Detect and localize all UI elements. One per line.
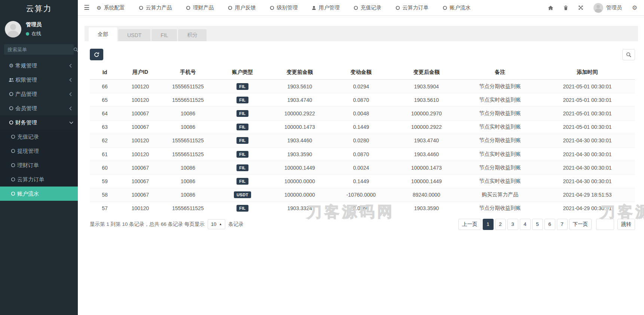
before-amount-cell: 100000.2922 <box>270 107 330 120</box>
sidebar-subitem[interactable]: 云算力订单 <box>0 172 78 187</box>
after-amount-cell: 1903.4740 <box>393 134 461 147</box>
account-type-badge: FIL <box>236 97 248 103</box>
circle-icon <box>9 134 17 139</box>
chevron-left-icon <box>70 78 73 82</box>
search-toggle-button[interactable] <box>622 49 635 60</box>
change-amount-cell: 0.1449 <box>330 120 393 134</box>
sidebar-item[interactable]: ⚙常规管理 <box>0 58 78 73</box>
change-amount-cell: 0.0870 <box>330 147 393 161</box>
home-icon[interactable] <box>548 5 553 10</box>
gears-icon[interactable]: ⚙ <box>632 5 637 11</box>
topnav-item-label: 理财产品 <box>193 4 214 11</box>
topnav-item[interactable]: 用户反馈 <box>228 4 256 11</box>
table-header-row: Id用户ID手机号账户类型变更前金额变动金额变更后金额备注添加时间 <box>90 66 635 80</box>
sidebar-subitem[interactable]: 提现管理 <box>0 144 78 158</box>
before-amount-cell: 100000.0000 <box>270 188 330 202</box>
sidebar-subitem[interactable]: 充值记录 <box>0 130 78 144</box>
remark-cell: 节点实时收益到账 <box>461 147 540 161</box>
account-type-cell: FIL <box>215 134 270 147</box>
tab-全部[interactable]: 全部 <box>89 27 117 41</box>
sidebar-item[interactable]: 权限管理 <box>0 73 78 87</box>
page-button-7[interactable]: 7 <box>557 219 568 230</box>
circle-icon <box>443 6 447 10</box>
chevron-down-icon <box>70 120 73 124</box>
id-cell: 65 <box>90 93 120 107</box>
topnav-item[interactable]: 理财产品 <box>186 4 214 11</box>
page-button-6[interactable]: 6 <box>544 219 555 230</box>
created-at-cell: 2021-05-01 00:30:01 <box>540 93 635 107</box>
circle-icon <box>7 106 15 110</box>
table-panel: Id用户ID手机号账户类型变更前金额变动金额变更后金额备注添加时间 661001… <box>78 41 644 230</box>
after-amount-cell: 1903.3590 <box>393 202 461 215</box>
tab-FIL[interactable]: FIL <box>152 29 177 41</box>
remark-cell: 节点分期收益到账 <box>461 107 540 120</box>
refresh-button[interactable] <box>90 49 103 60</box>
topnav-item[interactable]: 云算力产品 <box>139 4 172 11</box>
account-type-badge: FIL <box>236 205 248 212</box>
topnav-item[interactable]: ⚙系统配置 <box>97 4 125 11</box>
account-type-cell: FIL <box>215 107 270 120</box>
id-cell: 64 <box>90 107 120 120</box>
trash-icon[interactable] <box>564 5 568 10</box>
page-size-select[interactable]: 10 ▲ <box>208 219 225 229</box>
sidebar-item[interactable]: 财务管理 <box>0 115 78 130</box>
phone-cell: 15556511525 <box>161 134 215 147</box>
id-cell: 63 <box>90 120 120 134</box>
account-type-cell: FIL <box>215 120 270 134</box>
next-page-button[interactable]: 下一页 <box>569 219 592 230</box>
menu-toggle-icon[interactable]: ☰ <box>84 4 97 12</box>
topnav-item[interactable]: 级别管理 <box>270 4 298 11</box>
topnav-user-label: 管理员 <box>606 4 622 11</box>
remark-cell: 节点分期收益到账 <box>461 134 540 147</box>
page-button-1[interactable]: 1 <box>483 219 494 230</box>
account-type-badge: FIL <box>236 124 248 130</box>
table-row: 6410006710086FIL100000.29220.0048100000.… <box>90 107 635 120</box>
column-header: 用户ID <box>120 66 161 80</box>
sidebar-search-input[interactable] <box>7 47 73 52</box>
topnav-item-label: 云算力产品 <box>146 4 172 11</box>
prev-page-button[interactable]: 上一页 <box>458 219 481 230</box>
before-amount-cell: 1903.3324 <box>270 202 330 215</box>
topnav-item[interactable]: 充值记录 <box>354 4 382 11</box>
phone-cell: 10086 <box>161 161 215 175</box>
sidebar-subitem[interactable]: 理财订单 <box>0 158 78 172</box>
account-type-cell: FIL <box>215 161 270 175</box>
circle-icon <box>9 177 17 182</box>
sidebar-submenu: 充值记录提现管理理财订单云算力订单账户流水 <box>0 130 78 201</box>
topnav-item[interactable]: 用户管理 <box>312 4 340 11</box>
page-button-4[interactable]: 4 <box>520 219 531 230</box>
page-button-2[interactable]: 2 <box>495 219 506 230</box>
jump-button[interactable]: 跳转 <box>617 219 635 230</box>
tab-积分[interactable]: 积分 <box>178 29 207 41</box>
sidebar-item-label: 常规管理 <box>15 62 37 69</box>
sidebar-subitem[interactable]: 账户流水 <box>0 187 78 201</box>
topnav-user-menu[interactable]: 管理员 <box>593 3 622 13</box>
user-panel: 管理员 在线 <box>0 17 78 42</box>
created-at-cell: 2021-04-30 00:30:01 <box>540 134 635 147</box>
topnav-item-label: 级别管理 <box>277 4 298 11</box>
sidebar-item[interactable]: 会员管理 <box>0 101 78 115</box>
table-row: 6110012015556511525FIL1903.35900.0870190… <box>90 147 635 161</box>
change-amount-cell: 0.0294 <box>330 80 393 93</box>
id-cell: 60 <box>90 161 120 175</box>
sidebar-item[interactable]: 产品管理 <box>0 87 78 101</box>
user-id-cell: 100120 <box>120 80 161 93</box>
column-header: 变更前金额 <box>270 66 330 80</box>
remark-cell: 购买云算力产品 <box>461 188 540 202</box>
page-button-5[interactable]: 5 <box>532 219 543 230</box>
sidebar-item-label: 产品管理 <box>15 91 37 98</box>
created-at-cell: 2021-05-01 00:30:01 <box>540 120 635 134</box>
phone-cell: 10086 <box>161 175 215 188</box>
topnav-item[interactable]: 账户流水 <box>443 4 471 11</box>
online-status-icon <box>26 32 29 36</box>
fullscreen-icon[interactable] <box>578 5 583 10</box>
account-type-badge: FIL <box>236 178 248 185</box>
created-at-cell: 2021-04-29 00:30:01 <box>540 202 635 215</box>
circle-icon <box>9 163 17 167</box>
tab-USDT[interactable]: USDT <box>118 29 150 41</box>
id-cell: 59 <box>90 175 120 188</box>
topnav-item[interactable]: 云算力订单 <box>396 4 429 11</box>
jump-page-input[interactable] <box>596 219 614 230</box>
page-button-3[interactable]: 3 <box>507 219 518 230</box>
table-row: 6510012015556511525FIL1903.47400.0870190… <box>90 93 635 107</box>
